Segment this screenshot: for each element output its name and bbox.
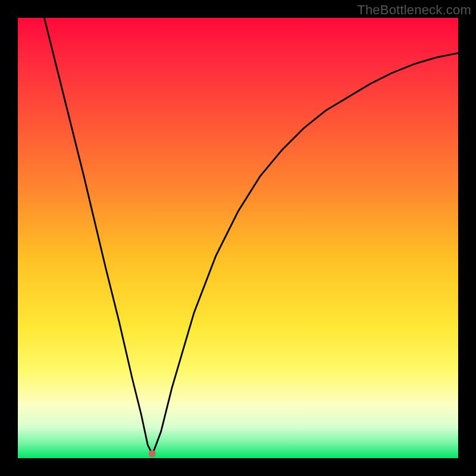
bottleneck-curve bbox=[44, 18, 458, 454]
optimal-point-marker bbox=[149, 450, 156, 458]
curve-layer bbox=[18, 18, 458, 458]
plot-area bbox=[18, 18, 458, 458]
watermark-label: TheBottleneck.com bbox=[357, 2, 471, 18]
